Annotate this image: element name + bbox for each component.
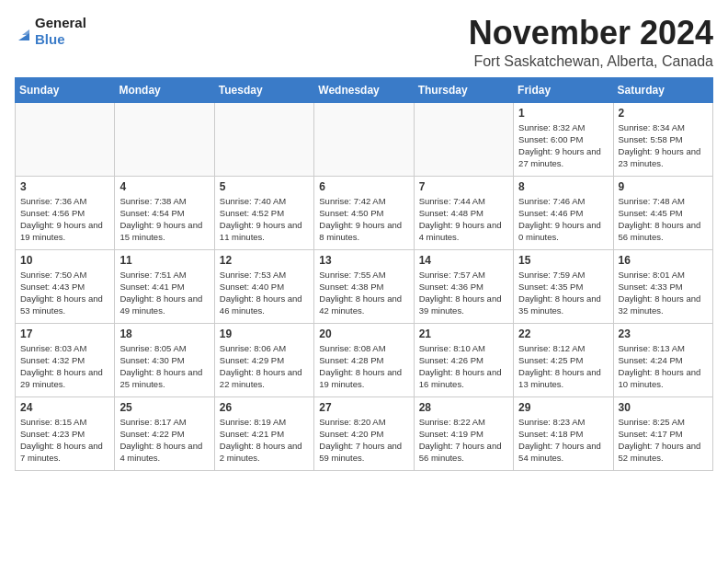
col-header-sunday: Sunday — [16, 77, 115, 102]
day-detail: Sunrise: 8:03 AM Sunset: 4:32 PM Dayligh… — [20, 342, 109, 391]
svg-marker-0 — [15, 15, 33, 48]
day-number: 11 — [119, 254, 209, 267]
location-title: Fort Saskatchewan, Alberta, Canada — [469, 53, 713, 70]
day-detail: Sunrise: 7:42 AM Sunset: 4:50 PM Dayligh… — [319, 195, 408, 244]
day-detail: Sunrise: 8:32 AM Sunset: 6:00 PM Dayligh… — [518, 121, 608, 170]
day-number: 15 — [518, 254, 608, 267]
day-detail: Sunrise: 8:08 AM Sunset: 4:28 PM Dayligh… — [319, 342, 408, 391]
day-detail: Sunrise: 7:48 AM Sunset: 4:45 PM Dayligh… — [619, 195, 708, 244]
calendar-cell: 23Sunrise: 8:13 AM Sunset: 4:24 PM Dayli… — [613, 323, 712, 396]
week-row-3: 10Sunrise: 7:50 AM Sunset: 4:43 PM Dayli… — [16, 249, 713, 323]
calendar-cell: 30Sunrise: 8:25 AM Sunset: 4:17 PM Dayli… — [613, 396, 712, 470]
col-header-monday: Monday — [115, 77, 214, 102]
day-detail: Sunrise: 7:38 AM Sunset: 4:54 PM Dayligh… — [119, 195, 209, 244]
week-row-1: 1Sunrise: 8:32 AM Sunset: 6:00 PM Daylig… — [16, 102, 713, 176]
day-detail: Sunrise: 7:55 AM Sunset: 4:38 PM Dayligh… — [319, 269, 408, 317]
day-detail: Sunrise: 7:50 AM Sunset: 4:43 PM Dayligh… — [20, 269, 109, 317]
calendar-cell: 15Sunrise: 7:59 AM Sunset: 4:35 PM Dayli… — [514, 249, 613, 323]
header-row: SundayMondayTuesdayWednesdayThursdayFrid… — [16, 77, 713, 102]
calendar-cell: 11Sunrise: 7:51 AM Sunset: 4:41 PM Dayli… — [115, 249, 214, 323]
day-detail: Sunrise: 8:25 AM Sunset: 4:17 PM Dayligh… — [619, 416, 708, 465]
calendar-cell — [115, 102, 214, 176]
day-detail: Sunrise: 8:06 AM Sunset: 4:29 PM Dayligh… — [220, 342, 309, 391]
day-number: 17 — [20, 327, 109, 340]
title-block: November 2024 Fort Saskatchewan, Alberta… — [469, 15, 713, 70]
day-number: 24 — [20, 401, 109, 414]
day-detail: Sunrise: 8:19 AM Sunset: 4:21 PM Dayligh… — [220, 416, 309, 465]
calendar-cell: 1Sunrise: 8:32 AM Sunset: 6:00 PM Daylig… — [514, 102, 613, 176]
col-header-tuesday: Tuesday — [214, 77, 313, 102]
calendar-cell: 16Sunrise: 8:01 AM Sunset: 4:33 PM Dayli… — [613, 249, 712, 323]
day-number: 29 — [518, 401, 608, 414]
day-number: 14 — [419, 254, 508, 267]
day-detail: Sunrise: 8:12 AM Sunset: 4:25 PM Dayligh… — [518, 342, 608, 391]
calendar-cell — [214, 102, 313, 176]
day-detail: Sunrise: 7:36 AM Sunset: 4:56 PM Dayligh… — [20, 195, 109, 244]
calendar-cell: 2Sunrise: 8:34 AM Sunset: 5:58 PM Daylig… — [613, 102, 712, 176]
day-number: 6 — [319, 180, 408, 193]
day-number: 18 — [119, 327, 209, 340]
calendar-cell: 21Sunrise: 8:10 AM Sunset: 4:26 PM Dayli… — [414, 323, 513, 396]
calendar-cell: 22Sunrise: 8:12 AM Sunset: 4:25 PM Dayli… — [514, 323, 613, 396]
day-detail: Sunrise: 7:57 AM Sunset: 4:36 PM Dayligh… — [419, 269, 508, 317]
day-number: 25 — [119, 401, 209, 414]
calendar-cell: 7Sunrise: 7:44 AM Sunset: 4:48 PM Daylig… — [414, 176, 513, 249]
calendar-cell: 17Sunrise: 8:03 AM Sunset: 4:32 PM Dayli… — [16, 323, 115, 396]
calendar-cell: 20Sunrise: 8:08 AM Sunset: 4:28 PM Dayli… — [314, 323, 414, 396]
day-detail: Sunrise: 8:13 AM Sunset: 4:24 PM Dayligh… — [619, 342, 708, 391]
calendar-cell: 28Sunrise: 8:22 AM Sunset: 4:19 PM Dayli… — [414, 396, 513, 470]
calendar-cell: 4Sunrise: 7:38 AM Sunset: 4:54 PM Daylig… — [115, 176, 214, 249]
calendar-cell: 26Sunrise: 8:19 AM Sunset: 4:21 PM Dayli… — [214, 396, 313, 470]
col-header-thursday: Thursday — [414, 77, 513, 102]
calendar-cell: 27Sunrise: 8:20 AM Sunset: 4:20 PM Dayli… — [314, 396, 414, 470]
calendar-cell — [16, 102, 115, 176]
month-title: November 2024 — [469, 15, 713, 52]
day-detail: Sunrise: 8:01 AM Sunset: 4:33 PM Dayligh… — [619, 269, 708, 317]
calendar-cell: 10Sunrise: 7:50 AM Sunset: 4:43 PM Dayli… — [16, 249, 115, 323]
svg-marker-2 — [22, 29, 29, 35]
day-number: 27 — [319, 401, 408, 414]
day-number: 3 — [20, 180, 109, 193]
week-row-2: 3Sunrise: 7:36 AM Sunset: 4:56 PM Daylig… — [16, 176, 713, 249]
day-number: 21 — [419, 327, 508, 340]
day-number: 8 — [518, 180, 608, 193]
day-number: 10 — [20, 254, 109, 267]
day-detail: Sunrise: 8:22 AM Sunset: 4:19 PM Dayligh… — [419, 416, 508, 465]
day-detail: Sunrise: 8:05 AM Sunset: 4:30 PM Dayligh… — [119, 342, 209, 391]
day-number: 13 — [319, 254, 408, 267]
day-detail: Sunrise: 7:51 AM Sunset: 4:41 PM Dayligh… — [119, 269, 209, 317]
day-number: 7 — [419, 180, 508, 193]
calendar-cell: 6Sunrise: 7:42 AM Sunset: 4:50 PM Daylig… — [314, 176, 414, 249]
day-detail: Sunrise: 7:59 AM Sunset: 4:35 PM Dayligh… — [518, 269, 608, 317]
day-detail: Sunrise: 8:20 AM Sunset: 4:20 PM Dayligh… — [319, 416, 408, 465]
day-number: 16 — [619, 254, 708, 267]
day-detail: Sunrise: 7:44 AM Sunset: 4:48 PM Dayligh… — [419, 195, 508, 244]
calendar-cell: 25Sunrise: 8:17 AM Sunset: 4:22 PM Dayli… — [115, 396, 214, 470]
header: General Blue November 2024 Fort Saskatch… — [15, 15, 713, 70]
calendar-cell: 18Sunrise: 8:05 AM Sunset: 4:30 PM Dayli… — [115, 323, 214, 396]
day-detail: Sunrise: 7:40 AM Sunset: 4:52 PM Dayligh… — [220, 195, 309, 244]
calendar-cell — [314, 102, 414, 176]
day-number: 20 — [319, 327, 408, 340]
week-row-4: 17Sunrise: 8:03 AM Sunset: 4:32 PM Dayli… — [16, 323, 713, 396]
col-header-wednesday: Wednesday — [314, 77, 414, 102]
calendar-cell — [414, 102, 513, 176]
calendar-cell: 3Sunrise: 7:36 AM Sunset: 4:56 PM Daylig… — [16, 176, 115, 249]
day-detail: Sunrise: 8:17 AM Sunset: 4:22 PM Dayligh… — [119, 416, 209, 465]
calendar-cell: 8Sunrise: 7:46 AM Sunset: 4:46 PM Daylig… — [514, 176, 613, 249]
day-number: 28 — [419, 401, 508, 414]
day-number: 23 — [619, 327, 708, 340]
logo-shape-icon — [15, 15, 33, 48]
day-number: 5 — [220, 180, 309, 193]
logo: General Blue — [15, 15, 86, 48]
calendar-table: SundayMondayTuesdayWednesdayThursdayFrid… — [15, 77, 713, 471]
day-number: 19 — [220, 327, 309, 340]
calendar-cell: 14Sunrise: 7:57 AM Sunset: 4:36 PM Dayli… — [414, 249, 513, 323]
col-header-saturday: Saturday — [613, 77, 712, 102]
day-detail: Sunrise: 8:34 AM Sunset: 5:58 PM Dayligh… — [619, 121, 708, 170]
calendar-cell: 5Sunrise: 7:40 AM Sunset: 4:52 PM Daylig… — [214, 176, 313, 249]
calendar-cell: 24Sunrise: 8:15 AM Sunset: 4:23 PM Dayli… — [16, 396, 115, 470]
day-number: 1 — [518, 107, 608, 120]
calendar-cell: 13Sunrise: 7:55 AM Sunset: 4:38 PM Dayli… — [314, 249, 414, 323]
day-detail: Sunrise: 8:10 AM Sunset: 4:26 PM Dayligh… — [419, 342, 508, 391]
